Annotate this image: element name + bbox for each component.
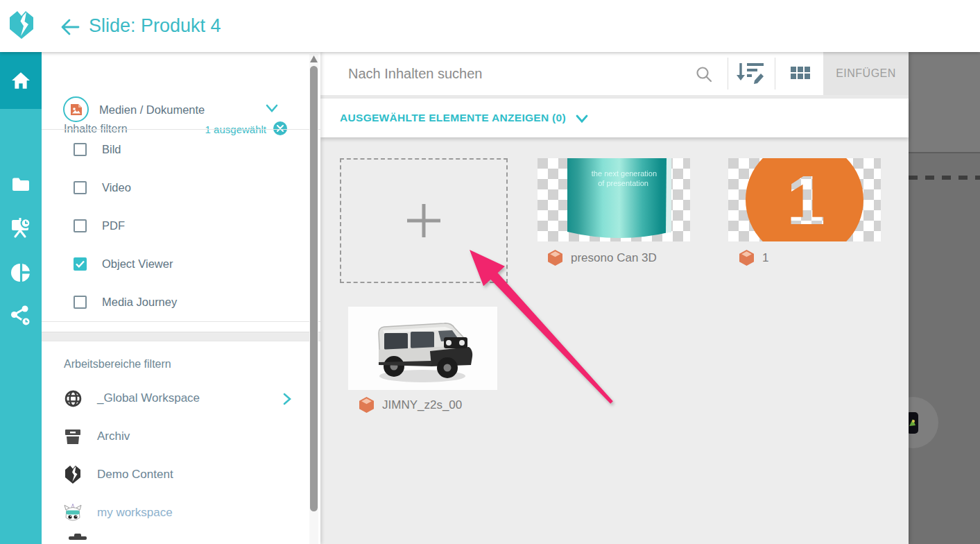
presono-logo-icon [64, 466, 82, 484]
scrollbar-up-arrow[interactable] [310, 56, 318, 62]
chevron-right-icon[interactable] [283, 393, 293, 404]
main-nav-sidebar [0, 52, 42, 544]
content-filter-panel: Inhalte filtern 1 ausgewählt Medien / Do… [42, 52, 320, 544]
globe-icon [64, 389, 82, 407]
search-input[interactable] [348, 60, 681, 87]
category-media-documents[interactable] [63, 96, 89, 122]
chevron-down-icon[interactable] [576, 114, 588, 124]
content-item-label-row[interactable]: JIMNY_z2s_00 [359, 397, 462, 413]
presentation-history-icon [10, 217, 31, 238]
workspace-label: Archiv [97, 430, 300, 443]
slide-editor-background-lower [909, 153, 980, 544]
chevron-down-icon[interactable] [266, 103, 278, 113]
nav-item-analytics[interactable] [0, 253, 42, 292]
media-documents-icon [69, 103, 83, 117]
workspace-item-my-workspace[interactable]: my workspace [64, 502, 300, 523]
sort-edit-icon[interactable] [736, 62, 765, 85]
selected-elements-bar[interactable]: AUSGEWÄHLTE ELEMENTE ANZEIGEN (0) [320, 99, 909, 137]
insert-button[interactable]: EINFÜGEN [823, 52, 909, 95]
divider [42, 129, 320, 130]
close-icon [277, 125, 284, 132]
checkbox-label: PDF [102, 219, 125, 232]
nav-item-share-history[interactable] [0, 296, 42, 335]
workspace-label: Demo Content [97, 468, 300, 482]
thumb-number: 1 [786, 161, 825, 239]
archive-icon [64, 427, 82, 445]
home-icon [11, 71, 31, 90]
category-label: Medien / Dokumente [99, 103, 205, 117]
content-item-label: 1 [762, 251, 768, 265]
divider [42, 321, 320, 322]
add-content-placeholder[interactable] [340, 158, 508, 283]
content-item-label-row[interactable]: 1 [739, 250, 768, 266]
3d-cube-icon [548, 250, 562, 266]
checkbox[interactable] [74, 143, 87, 156]
workspace-label: my workspace [97, 506, 300, 520]
content-item-label: JIMNY_z2s_00 [382, 398, 462, 412]
search-icon[interactable] [695, 65, 713, 83]
slide-dashed-guide [909, 176, 980, 180]
content-item-label-row[interactable]: presono Can 3D [548, 250, 657, 266]
app-window: Inhalte filtern 1 ausgewählt Medien / Do… [0, 0, 980, 544]
workspace-item-demo-content[interactable]: Demo Content [64, 464, 300, 485]
folder-icon [12, 177, 30, 192]
slide-edge-line [909, 152, 980, 153]
app-header: Slide: Produkt 4 [0, 0, 980, 52]
nav-item-library[interactable] [0, 164, 42, 203]
slide-editor-background [909, 52, 980, 153]
workspace-item-archiv[interactable]: Archiv [64, 426, 300, 447]
checkbox[interactable] [74, 296, 87, 309]
nav-item-presentation-history[interactable] [0, 208, 42, 247]
checkbox-label: Object Viewer [102, 257, 173, 271]
can-caption-line2: of presentation [598, 179, 648, 187]
content-browser-panel: EINFÜGEN AUSGEWÄHLTE ELEMENTE ANZEIGEN (… [320, 52, 909, 544]
content-thumbnail-jimny[interactable] [348, 307, 497, 390]
toolbar-divider [728, 58, 728, 90]
nav-item-home[interactable] [0, 61, 42, 100]
checkbox[interactable] [74, 257, 87, 271]
checkbox[interactable] [74, 181, 87, 194]
workspace-filter-title: Arbeitsbereiche filtern [64, 358, 171, 371]
share-history-icon [10, 305, 31, 327]
workspace-label: _Global Workspace [97, 391, 268, 405]
checkbox-label: Bild [102, 143, 121, 156]
checkbox-label: Media Journey [102, 296, 177, 309]
3d-cube-icon [739, 250, 754, 266]
plus-icon [404, 201, 443, 240]
filter-checkbox-object-viewer[interactable]: Object Viewer [74, 255, 282, 272]
content-thumbnail-presono-can[interactable]: the next generation of presentation [538, 158, 690, 241]
filter-checkbox-video[interactable]: Video [74, 179, 282, 196]
content-thumbnail-1[interactable]: 1 [728, 158, 881, 241]
unicorn-avatar [64, 504, 82, 522]
filter-checkbox-pdf[interactable]: PDF [74, 217, 282, 234]
content-search-toolbar: EINFÜGEN [320, 52, 909, 95]
page-title: Slide: Produkt 4 [89, 15, 221, 37]
3d-cube-icon [359, 397, 374, 413]
selected-elements-label: AUSGEWÄHLTE ELEMENTE ANZEIGEN (0) [340, 112, 566, 124]
presono-logo [10, 10, 33, 40]
arrow-left-icon [60, 17, 80, 37]
workspace-item-global[interactable]: _Global Workspace [64, 388, 300, 409]
grid-view-icon[interactable] [791, 67, 811, 80]
checkbox[interactable] [74, 219, 87, 232]
toolbar-divider [775, 58, 775, 90]
filter-checkbox-media-journey[interactable]: Media Journey [74, 294, 282, 310]
clear-filter-button[interactable] [273, 121, 287, 135]
can-caption-line1: the next generation [592, 169, 657, 178]
checkbox-label: Video [102, 181, 131, 194]
trash-icon-partial[interactable] [68, 534, 87, 544]
back-button[interactable] [60, 17, 80, 37]
panel-section-gap [42, 332, 320, 341]
filter-checkbox-bild[interactable]: Bild [74, 141, 282, 158]
panel-scrollbar-thumb[interactable] [310, 66, 318, 511]
content-item-label: presono Can 3D [571, 251, 657, 265]
analytics-icon [11, 263, 31, 282]
